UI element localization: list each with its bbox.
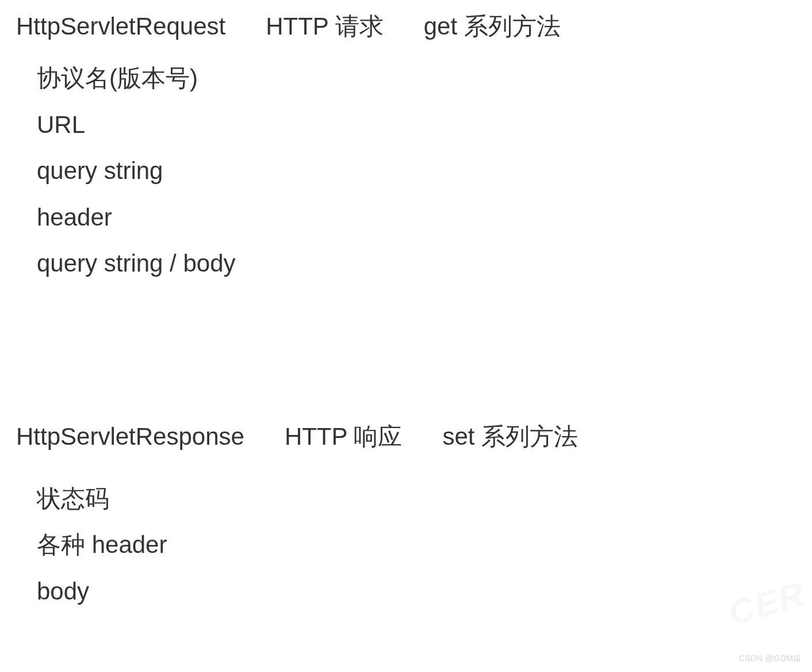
- response-heading-row: HttpServletResponse HTTP 响应 set 系列方法: [16, 421, 812, 453]
- watermark-text: CSDN @GDM猿: [739, 654, 802, 664]
- response-type: HTTP 响应: [285, 421, 403, 453]
- request-type: HTTP 请求: [266, 10, 384, 43]
- response-class-name: HttpServletResponse: [16, 423, 244, 450]
- list-item: query string / body: [37, 249, 812, 279]
- list-item: 状态码: [37, 484, 812, 514]
- request-class-name: HttpServletRequest: [16, 13, 225, 40]
- request-methods: get 系列方法: [424, 10, 561, 43]
- request-list: 协议名(版本号) URL query string header query s…: [16, 63, 812, 279]
- response-list: 状态码 各种 header body: [16, 484, 812, 607]
- request-section: HttpServletRequest HTTP 请求 get 系列方法 协议名(…: [0, 0, 812, 279]
- response-section: HttpServletResponse HTTP 响应 set 系列方法 状态码…: [0, 295, 812, 607]
- request-heading-row: HttpServletRequest HTTP 请求 get 系列方法: [16, 10, 812, 43]
- list-item: 协议名(版本号): [37, 63, 812, 94]
- list-item: URL: [37, 110, 812, 140]
- response-methods: set 系列方法: [442, 421, 578, 453]
- list-item: 各种 header: [37, 530, 812, 560]
- list-item: header: [37, 203, 812, 233]
- list-item: query string: [37, 156, 812, 186]
- list-item: body: [37, 576, 812, 607]
